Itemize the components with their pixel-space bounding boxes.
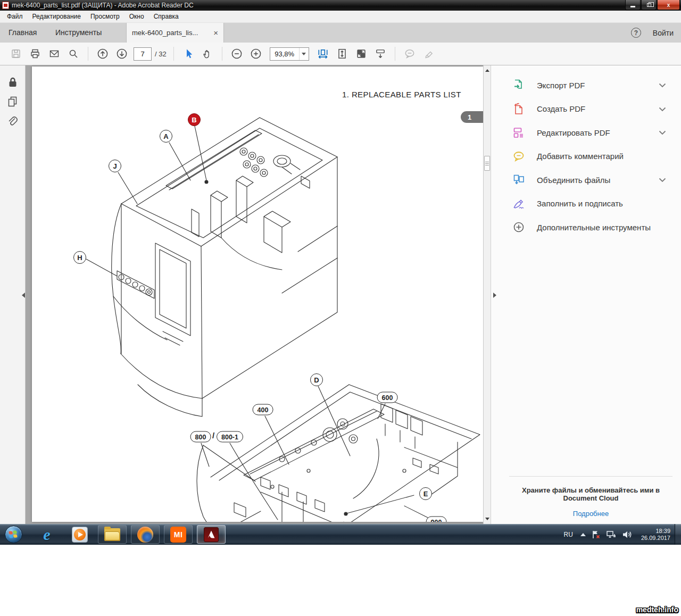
highlight-button[interactable] <box>421 46 437 62</box>
tool-combine-files[interactable]: Объединить файлы <box>491 168 681 192</box>
fullscreen-button[interactable] <box>353 46 369 62</box>
hand-tool-button[interactable] <box>200 46 215 62</box>
scroll-down-button[interactable] <box>484 515 491 523</box>
mi-icon: MI <box>170 527 186 543</box>
toolbar-separator <box>222 47 222 61</box>
acrobat-window: mek-6400_parts_list.pdf (ЗАЩИТА) - Adobe… <box>0 0 681 545</box>
menu-file[interactable]: Файл <box>2 11 28 22</box>
next-page-button[interactable] <box>114 46 130 62</box>
callout-e: E <box>419 487 432 500</box>
close-button[interactable]: x <box>657 0 680 10</box>
comment-button[interactable] <box>402 46 418 62</box>
tool-more-tools[interactable]: Дополнительные инструменты <box>491 215 681 239</box>
print-icon <box>30 48 40 59</box>
save-button[interactable] <box>8 46 24 62</box>
page-display-button[interactable] <box>372 46 388 62</box>
tool-fill-sign[interactable]: Заполнить и подписать <box>491 192 681 216</box>
window-controls: x <box>625 0 680 10</box>
tool-label: Заполнить и подписать <box>537 199 681 208</box>
tool-label: Добавить комментарий <box>537 152 681 161</box>
page-number-input[interactable] <box>134 47 152 61</box>
fit-page-icon <box>336 48 348 60</box>
screen: mek-6400_parts_list.pdf (ЗАЩИТА) - Adobe… <box>0 0 681 616</box>
attachments-button[interactable] <box>6 115 19 130</box>
zoom-out-button[interactable] <box>229 46 245 62</box>
collapse-right-panel-button[interactable] <box>492 291 497 299</box>
media-player-button[interactable] <box>68 525 92 544</box>
select-tool-button[interactable] <box>180 46 196 62</box>
search-button[interactable] <box>65 46 81 62</box>
explorer-button[interactable] <box>98 525 127 544</box>
menu-view[interactable]: Просмотр <box>86 11 124 22</box>
mi-app-button[interactable]: MI <box>164 525 193 544</box>
chevron-down-icon <box>659 128 666 137</box>
page-total-label: / 32 <box>155 50 167 58</box>
page-thumbnails-button[interactable] <box>6 95 19 110</box>
show-hidden-icons-button[interactable] <box>580 533 586 536</box>
folder-icon <box>104 528 120 541</box>
zoom-caret[interactable] <box>299 48 309 60</box>
action-center-button[interactable] <box>591 530 601 539</box>
previous-page-button[interactable] <box>95 46 111 62</box>
network-button[interactable] <box>606 530 617 539</box>
zoom-in-icon <box>250 48 262 60</box>
tab-tools[interactable]: Инструменты <box>53 23 104 43</box>
sign-in-button[interactable]: Войти <box>653 29 674 37</box>
fit-page-button[interactable] <box>334 46 350 62</box>
triangle-down-icon <box>485 518 489 520</box>
fit-width-button[interactable] <box>315 46 331 62</box>
paperclip-icon <box>6 115 19 128</box>
security-settings-button[interactable] <box>6 76 19 91</box>
scrollbar-thumb[interactable] <box>484 156 490 171</box>
media-player-icon <box>72 527 88 543</box>
print-button[interactable] <box>27 46 43 62</box>
triangle-up-icon <box>580 533 586 536</box>
start-button[interactable] <box>3 525 23 544</box>
restore-button[interactable] <box>641 0 657 10</box>
tool-label: Объединить файлы <box>537 176 659 185</box>
minimize-button[interactable] <box>625 0 641 10</box>
tab-close-icon[interactable]: × <box>213 29 218 37</box>
tool-create-pdf[interactable]: Создать PDF <box>491 97 681 121</box>
firefox-icon <box>137 527 153 543</box>
main-area: 1. REPLACEABLE PARTS LIST 1 <box>0 65 681 524</box>
menu-edit[interactable]: Редактирование <box>28 11 86 22</box>
acrobat-reader-button[interactable] <box>197 525 226 544</box>
tool-export-pdf[interactable]: Экспорт PDF <box>491 73 681 97</box>
acrobat-reader-icon <box>204 527 219 542</box>
show-desktop-button[interactable] <box>675 524 681 545</box>
chevron-down-icon <box>659 80 666 90</box>
more-tools-icon <box>512 221 525 234</box>
firefox-button[interactable] <box>131 525 160 544</box>
internet-explorer-button[interactable]: e <box>35 525 59 544</box>
learn-more-link[interactable]: Подробнее <box>573 510 609 518</box>
menu-window[interactable]: Окно <box>124 11 149 22</box>
zoom-in-button[interactable] <box>248 46 264 62</box>
callout-900: 900 <box>426 517 447 522</box>
tab-home[interactable]: Главная <box>6 23 39 43</box>
menu-help[interactable]: Справка <box>149 11 184 22</box>
triangle-up-icon <box>485 69 489 72</box>
tab-document[interactable]: mek-6400_parts_lis... × <box>126 23 224 43</box>
zoom-level-select[interactable]: 93,8% <box>270 47 309 61</box>
fullscreen-icon <box>355 48 367 60</box>
tools-list: Экспорт PDF Создать PDF Редактировать PD… <box>491 73 681 239</box>
collapse-left-panel-button[interactable] <box>21 291 26 299</box>
export-pdf-icon <box>512 79 525 91</box>
callout-d: D <box>310 373 323 386</box>
tool-add-comment[interactable]: Добавить комментарий <box>491 145 681 169</box>
help-icon[interactable]: ? <box>631 28 641 38</box>
edit-pdf-icon <box>512 126 525 139</box>
tray-date: 26.09.2017 <box>641 535 670 542</box>
tool-label: Дополнительные инструменты <box>537 223 681 232</box>
tool-label: Экспорт PDF <box>537 81 659 90</box>
vertical-scrollbar[interactable] <box>483 65 491 524</box>
scroll-up-button[interactable] <box>484 66 491 74</box>
page-up-icon <box>97 48 109 60</box>
email-button[interactable] <box>46 46 62 62</box>
clock[interactable]: 18:39 26.09.2017 <box>641 528 670 542</box>
volume-button[interactable] <box>622 530 633 539</box>
tool-edit-pdf[interactable]: Редактировать PDF <box>491 121 681 145</box>
pdf-page: 1. REPLACEABLE PARTS LIST 1 <box>32 66 483 522</box>
language-indicator[interactable]: RU <box>564 531 573 538</box>
